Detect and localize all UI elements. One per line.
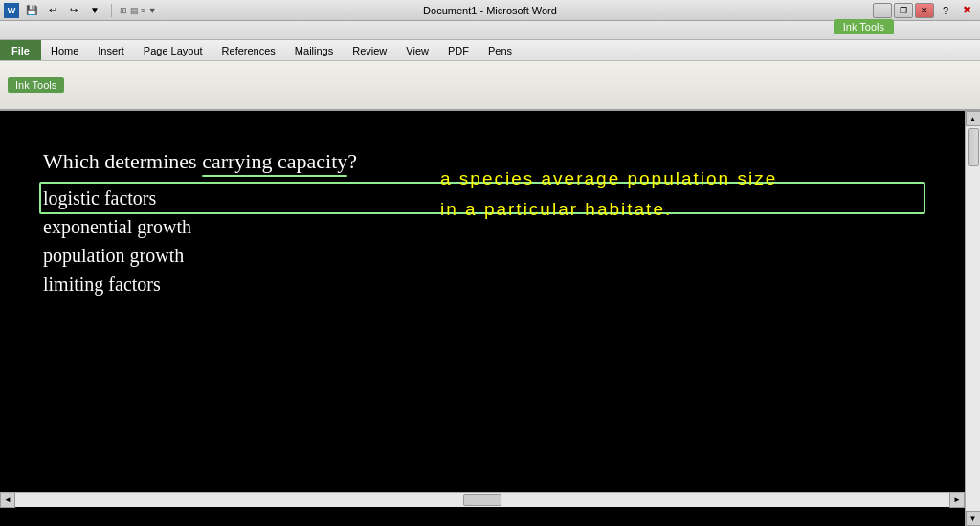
ribbon-tools: Ink Tools	[8, 79, 64, 91]
vertical-scrollbar: ▲ ▼	[965, 111, 980, 526]
option-population: population growth	[43, 241, 922, 270]
tab-pdf[interactable]: PDF	[438, 40, 479, 60]
title-bar-left: W 💾 ↩ ↪ ▼ ⊞ ▤ ≡ ▼	[4, 2, 157, 19]
minimize-button[interactable]: —	[873, 3, 892, 18]
save-qat-button[interactable]: 💾	[23, 2, 40, 19]
option-logistic-text: logistic factors	[43, 187, 156, 208]
title-bar: W 💾 ↩ ↪ ▼ ⊞ ▤ ≡ ▼ Document1 - Microsoft …	[0, 0, 980, 21]
quick-access-icons: ⊞ ▤ ≡ ▼	[120, 6, 157, 15]
ink-tools-label[interactable]: Ink Tools	[834, 19, 894, 34]
menu-bar: File Home Insert Page Layout References …	[0, 40, 980, 61]
document-title: Document1 - Microsoft Word	[423, 5, 557, 16]
option-population-text: population growth	[43, 245, 184, 266]
tab-mailings[interactable]: Mailings	[285, 40, 343, 60]
ink-tools-bar: Ink Tools	[0, 21, 980, 40]
tab-page-layout[interactable]: Page Layout	[134, 40, 212, 60]
document-area: Which determines carrying capacity? logi…	[0, 111, 965, 526]
alert-icon: ✖	[957, 3, 976, 18]
ribbon-toolbar: Ink Tools	[0, 61, 980, 111]
handwritten-line2: in a particular habitate.	[440, 194, 777, 225]
option-limiting-text: limiting factors	[43, 274, 161, 295]
tab-review[interactable]: Review	[343, 40, 396, 60]
option-limiting: limiting factors	[43, 270, 922, 298]
horizontal-scrollbar: ◄ ►	[0, 492, 965, 507]
word-icon: W	[4, 3, 19, 18]
document-content: Which determines carrying capacity? logi…	[0, 111, 965, 318]
title-bar-controls: — ❐ ✕ ? ✖	[873, 3, 976, 18]
ink-tools-active-btn[interactable]: Ink Tools	[8, 77, 64, 93]
h-scroll-thumb[interactable]	[463, 494, 501, 506]
scroll-left-button[interactable]: ◄	[0, 493, 15, 508]
scroll-thumb[interactable]	[968, 128, 979, 166]
tab-home[interactable]: Home	[41, 40, 88, 60]
customize-qat-button[interactable]: ▼	[86, 2, 103, 19]
scroll-track[interactable]	[966, 126, 980, 511]
handwritten-answer: a species average population size in a p…	[440, 164, 777, 226]
tab-pens[interactable]: Pens	[479, 40, 522, 60]
tab-file[interactable]: File	[0, 40, 41, 60]
carrying-capacity-span: carrying capacity	[202, 149, 347, 174]
undo-qat-button[interactable]: ↩	[44, 2, 61, 19]
main-area: Which determines carrying capacity? logi…	[0, 111, 980, 526]
close-button[interactable]: ✕	[915, 3, 934, 18]
tab-insert[interactable]: Insert	[88, 40, 134, 60]
option-exponential-text: exponential growth	[43, 216, 191, 237]
restore-button[interactable]: ❐	[894, 3, 913, 18]
tab-references[interactable]: References	[212, 40, 285, 60]
scroll-up-button[interactable]: ▲	[966, 111, 981, 126]
scroll-down-button[interactable]: ▼	[966, 511, 981, 526]
help-icon[interactable]: ?	[936, 3, 955, 18]
h-scroll-track[interactable]	[15, 493, 949, 507]
tab-view[interactable]: View	[396, 40, 438, 60]
handwritten-line1: a species average population size	[440, 164, 777, 194]
redo-qat-button[interactable]: ↪	[65, 2, 82, 19]
scroll-right-button[interactable]: ►	[949, 493, 965, 508]
